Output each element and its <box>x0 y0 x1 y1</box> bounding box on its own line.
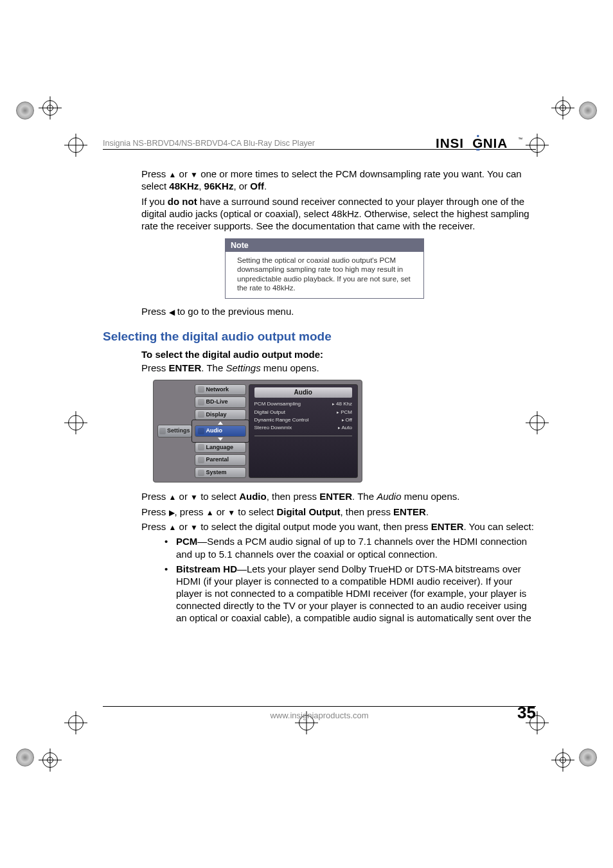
text-italic: Settings <box>226 362 260 373</box>
svg-text:NIA: NIA <box>483 136 508 150</box>
svg-text:™: ™ <box>518 137 522 141</box>
list-item: PCM—Sends a PCM audio signal of up to 7.… <box>164 535 536 560</box>
text: menu opens. <box>261 362 319 373</box>
section-heading: Selecting the digital audio output mode <box>103 329 536 344</box>
document-title: Insignia NS-BRDVD4/NS-BRDVD4-CA Blu-Ray … <box>103 139 315 148</box>
crop-mark <box>551 748 574 772</box>
text: to select the digital output mode you wa… <box>198 521 431 532</box>
svg-text:INSI: INSI <box>436 136 464 150</box>
gear-icon <box>159 428 166 434</box>
osd-label: System <box>206 469 227 477</box>
osd-key: Digital Output <box>254 409 285 416</box>
crop-mark <box>64 134 87 157</box>
osd-value: 48 Khz <box>332 401 352 407</box>
down-arrow-icon: ▼ <box>190 170 198 179</box>
osd-row: Stereo DownmixAuto <box>254 424 352 432</box>
crop-mark <box>551 96 574 120</box>
paragraph: Press ▲ or ▼ one or more times to select… <box>141 168 536 193</box>
text: , <box>199 181 204 191</box>
crop-mark <box>64 411 87 434</box>
text: Press <box>141 168 169 179</box>
text: Press <box>141 306 169 317</box>
osd-label: Display <box>206 411 227 419</box>
text: . The <box>352 491 377 502</box>
subsection-heading: To select the digital audio output mode: <box>141 348 536 360</box>
divider <box>254 436 352 436</box>
text: Press <box>141 491 169 502</box>
crop-mark <box>39 96 62 120</box>
text: to go to the previous menu. <box>175 306 294 317</box>
text: If you <box>141 196 168 207</box>
osd-panel-title: Audio <box>254 387 352 398</box>
registration-mark <box>579 102 597 120</box>
text: . The <box>201 362 226 373</box>
text: . <box>264 181 267 191</box>
text-bold: PCM <box>176 536 197 547</box>
insignia-logo: INSI G NIA ™ <box>436 135 536 152</box>
page-content: Insignia NS-BRDVD4/NS-BRDVD4-CA Blu-Ray … <box>103 135 536 720</box>
network-icon <box>198 386 204 393</box>
registration-mark <box>579 748 597 766</box>
down-arrow-icon: ▼ <box>227 508 235 517</box>
system-icon <box>198 470 204 476</box>
text-bold: ENTER <box>319 491 352 502</box>
text-bold: ENTER <box>393 506 426 517</box>
text: , then press <box>267 491 320 502</box>
text: or <box>176 168 190 179</box>
down-arrow-icon: ▼ <box>190 523 198 532</box>
osd-value: PCM <box>337 409 352 416</box>
osd-panel: Audio PCM Downsampling48 Khz Digital Out… <box>249 384 358 479</box>
paragraph: Press ◀ to go to the previous menu. <box>141 305 536 317</box>
page-number: 35 <box>517 703 536 723</box>
text: . <box>426 506 429 517</box>
parental-icon <box>198 457 204 463</box>
note-box: Note Setting the optical or coaxial audi… <box>225 238 424 299</box>
text-bold: Off <box>250 181 264 191</box>
osd-menu-system: System <box>195 467 246 479</box>
osd-menu-audio: Audio <box>195 425 246 437</box>
text: , then press <box>341 506 394 517</box>
osd-label: Parental <box>206 456 229 464</box>
osd-menu-network: Network <box>195 384 246 396</box>
text: Press <box>141 506 169 517</box>
osd-screenshot: Settings Network BD-Live Display Audio L… <box>153 380 362 483</box>
disc-icon <box>198 399 204 405</box>
step-text: Press ▲ or ▼ to select Audio, then press… <box>141 490 536 502</box>
svg-rect-3 <box>476 149 479 151</box>
text: . You can select: <box>464 521 534 532</box>
text-bold: ENTER <box>431 521 464 532</box>
body-text: Press ▲ or ▼ one or more times to select… <box>103 168 536 624</box>
text: have a surround sound receiver connected… <box>141 196 529 231</box>
registration-mark <box>16 748 34 766</box>
text-bold: do not <box>168 196 197 207</box>
text: or <box>176 491 190 502</box>
step-text: Press ▲ or ▼ to select the digital outpu… <box>141 520 536 533</box>
text-bold: 96KHz <box>204 181 234 191</box>
text-bold: ENTER <box>169 362 202 373</box>
page-header: Insignia NS-BRDVD4/NS-BRDVD4-CA Blu-Ray … <box>103 135 536 150</box>
registration-mark <box>16 102 34 120</box>
osd-key: Stereo Downmix <box>254 425 292 431</box>
list-item: Bitstream HD—Lets your player send Dolby… <box>164 563 536 624</box>
left-arrow-icon: ◀ <box>169 308 175 317</box>
up-arrow-icon <box>218 421 223 425</box>
paragraph: If you do not have a surround sound rece… <box>141 195 536 233</box>
text: , or <box>233 181 250 191</box>
osd-label: Settings <box>167 427 190 435</box>
note-label: Note <box>226 239 423 252</box>
down-arrow-icon: ▼ <box>190 493 198 502</box>
text: or <box>176 521 190 532</box>
text: menu opens. <box>402 491 460 502</box>
osd-key: PCM Downsampling <box>254 401 301 407</box>
text-bold: 48KHz <box>169 181 199 191</box>
text: —Sends a PCM audio signal of up to 7.1 c… <box>176 536 527 559</box>
osd-label: Language <box>206 444 234 452</box>
up-arrow-icon: ▲ <box>169 493 177 502</box>
osd-menu-display: Display <box>195 409 246 421</box>
crop-mark <box>64 711 87 734</box>
right-arrow-icon: ▶ <box>169 508 175 517</box>
text-bold: Digital Output <box>276 506 340 517</box>
crop-mark <box>39 748 62 772</box>
text: Press <box>141 521 169 532</box>
osd-row: Digital OutputPCM <box>254 409 352 416</box>
